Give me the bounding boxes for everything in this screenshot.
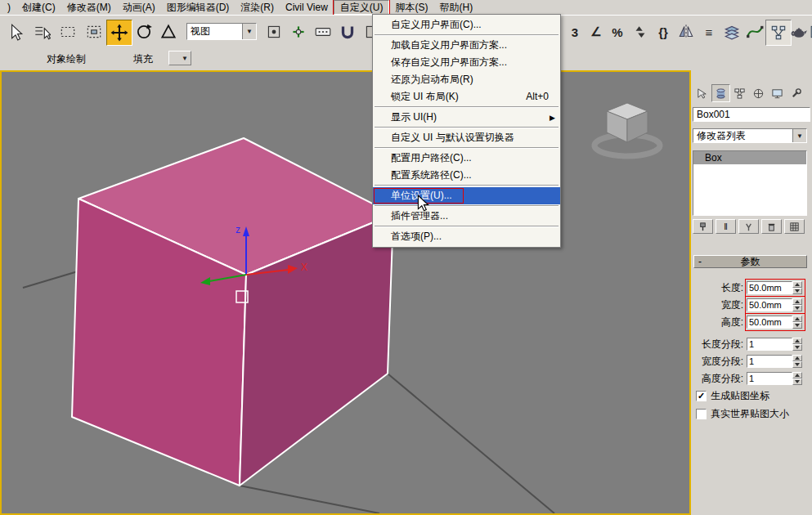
object-name-field[interactable]: Box001 [693, 107, 810, 122]
generate-mapping-coords-label: 生成贴图坐标 [711, 389, 769, 403]
select-by-name-button[interactable] [29, 20, 54, 44]
tab-motion[interactable] [749, 84, 768, 102]
select-object-button[interactable] [3, 20, 28, 44]
height-segs-field[interactable]: 1 [747, 372, 792, 385]
tab-create[interactable] [693, 84, 711, 102]
hierarchy-tab-icon [733, 87, 746, 100]
tab-utilities[interactable] [787, 84, 805, 102]
menu-item-load-custom-ui-scheme[interactable]: 加载自定义用户界面方案... [373, 37, 560, 54]
menu-item-configure-system-paths[interactable]: 配置系统路径(C)... [373, 167, 560, 184]
real-world-map-size-checkbox[interactable] [696, 409, 707, 419]
rectangular-selection-region-button[interactable] [56, 20, 80, 44]
menu-item-shortcut: Alt+0 [526, 88, 549, 105]
modifier-list-combo[interactable]: 修改器列表 ▼ [693, 128, 807, 143]
menu-item-configure-user-paths[interactable]: 配置用户路径(C)... [373, 150, 560, 167]
configure-modifier-sets-button[interactable] [784, 219, 805, 234]
show-end-result-button[interactable]: ‖ [716, 219, 736, 234]
modify-tab-icon [715, 87, 727, 100]
show-end-result-icon: ‖ [724, 222, 728, 231]
menu-item-show-ui[interactable]: 显示 UI(H)▶ [373, 109, 560, 126]
height-segs-spinner[interactable] [792, 372, 802, 386]
menubar-item-civil-view[interactable]: Civil View [280, 1, 334, 14]
submenu-arrow-icon: ▶ [550, 110, 555, 127]
select-and-scale-button[interactable] [156, 20, 181, 44]
stack-item-box[interactable]: Box [693, 151, 806, 164]
dropdown-arrow-icon[interactable]: ▼ [242, 24, 256, 39]
pin-stack-button[interactable] [693, 219, 713, 234]
3dsmax-window: ) 创建(C) 修改器(M) 动画(A) 图形编辑器(D) 渲染(R) Civi… [0, 0, 812, 515]
rendered-frame-window-button[interactable] [806, 20, 812, 44]
width-segs-field[interactable]: 1 [747, 355, 792, 368]
modifier-list-value: 修改器列表 [693, 129, 792, 142]
menu-item-revert-to-startup-layout[interactable]: 还原为启动布局(R) [373, 71, 560, 88]
window-crossing-toggle-button[interactable] [82, 20, 106, 44]
object-paint-label[interactable]: 对象绘制 [47, 52, 86, 66]
rollout-collapse-icon: - [698, 256, 702, 267]
keyboard-icon [314, 23, 332, 41]
menu-item-label: 显示 UI(H) [391, 111, 437, 123]
length-segs-field[interactable]: 1 [747, 338, 792, 351]
reference-coordinate-combo[interactable]: 视图 ▼ [186, 23, 257, 40]
tab-modify[interactable] [711, 84, 730, 102]
menu-item-save-custom-ui-scheme[interactable]: 保存自定义用户界面方案... [373, 54, 560, 71]
menu-separator [375, 147, 559, 149]
tab-hierarchy[interactable] [730, 84, 749, 102]
select-and-rotate-button[interactable] [132, 20, 156, 44]
spinner-snap-toggle-button[interactable] [628, 20, 653, 44]
menubar-item-modifiers[interactable]: 修改器(M) [61, 1, 117, 14]
height-segs-label: 高度分段: [691, 371, 743, 386]
menu-item-customize-ui[interactable]: 自定义用户界面(C)... [373, 16, 560, 34]
menu-item-plugin-manager[interactable]: 插件管理器... [373, 208, 560, 225]
toolbar-flyout-button[interactable]: ▼ [168, 51, 191, 65]
viewcube[interactable] [574, 93, 680, 171]
height-param-row: 高度: 50.0mm [691, 315, 812, 330]
menubar-item-animation[interactable]: 动画(A) [117, 1, 161, 14]
tab-display[interactable] [768, 84, 787, 102]
snaps-flyout-button[interactable] [335, 20, 360, 44]
menu-item-lock-ui-layout[interactable]: 锁定 UI 布局(K)Alt+0 [373, 88, 560, 105]
menu-separator [375, 226, 559, 227]
generate-mapping-coords-checkbox[interactable]: ✓ [696, 391, 707, 401]
menu-separator [375, 185, 559, 186]
mouse-cursor [417, 195, 430, 213]
length-segs-spinner[interactable] [792, 338, 802, 352]
modifier-stack[interactable]: Box [693, 150, 807, 216]
angle-snap-icon: ∠ [590, 25, 601, 39]
parameters-rollout-header[interactable]: - 参数 [693, 255, 807, 268]
align-button[interactable]: ≡ [697, 20, 721, 44]
menubar-item-create[interactable]: 创建(C) [16, 1, 61, 14]
menu-item-preferences[interactable]: 首选项(P)... [373, 228, 560, 245]
width-segs-spinner[interactable] [792, 355, 802, 369]
perspective-viewport[interactable]: z X [0, 70, 691, 515]
dropdown-arrow-icon[interactable]: ▼ [792, 129, 806, 142]
length-param-row: 长度: 50.0mm [691, 280, 812, 296]
menu-item-custom-ui-default-switcher[interactable]: 自定义 UI 与默认设置切换器 [373, 129, 560, 146]
remove-modifier-button[interactable] [761, 219, 782, 234]
percent-snap-toggle-button[interactable]: % [605, 20, 630, 44]
menubar-item-customize[interactable]: 自定义(U) [334, 0, 390, 15]
snap-3d-icon: 3 [572, 25, 578, 39]
make-unique-button[interactable] [738, 219, 759, 234]
use-pivot-center-button[interactable] [262, 20, 286, 44]
menubar-item-partial[interactable]: ) [2, 1, 16, 14]
layer-manager-button[interactable] [720, 20, 744, 44]
select-and-manipulate-button[interactable] [286, 20, 311, 44]
curve-editor-button[interactable] [742, 20, 767, 44]
box-object[interactable] [72, 138, 393, 486]
pin-icon [698, 222, 708, 232]
menu-item-units-setup[interactable]: 单位设置(U)... [373, 187, 560, 204]
command-panel-tabs [693, 84, 805, 102]
populate-label[interactable]: 填充 [133, 52, 153, 66]
keyboard-shortcut-override-button[interactable] [311, 20, 335, 44]
menubar-item-graph-editors[interactable]: 图形编辑器(D) [161, 1, 236, 14]
motion-tab-icon [752, 87, 765, 100]
menubar-item-scripting[interactable]: 脚本(S) [389, 1, 433, 14]
schematic-view-icon [769, 24, 787, 42]
mirror-button[interactable] [674, 20, 698, 44]
menubar-item-rendering[interactable]: 渲染(R) [235, 1, 280, 14]
align-icon: ≡ [706, 25, 713, 39]
edit-named-selection-sets-button[interactable]: {} [651, 20, 675, 44]
menu-item-label: 加载自定义用户界面方案... [391, 39, 507, 51]
menubar-item-help[interactable]: 帮助(H) [433, 1, 478, 14]
select-and-move-button[interactable] [106, 20, 132, 46]
